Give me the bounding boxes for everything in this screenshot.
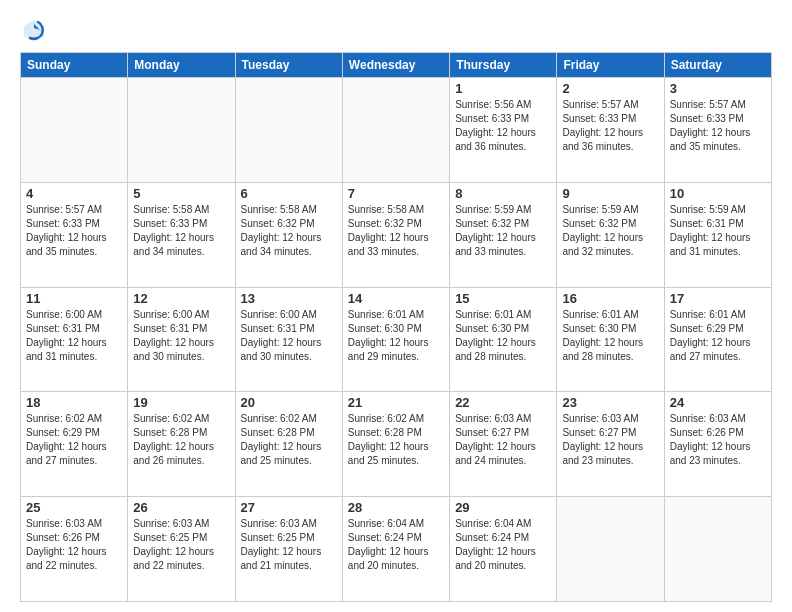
day-info: Sunrise: 6:03 AM Sunset: 6:27 PM Dayligh… [455, 412, 551, 468]
calendar-cell [21, 78, 128, 183]
calendar-cell: 26Sunrise: 6:03 AM Sunset: 6:25 PM Dayli… [128, 497, 235, 602]
calendar-cell: 12Sunrise: 6:00 AM Sunset: 6:31 PM Dayli… [128, 287, 235, 392]
day-info: Sunrise: 5:56 AM Sunset: 6:33 PM Dayligh… [455, 98, 551, 154]
day-info: Sunrise: 6:03 AM Sunset: 6:25 PM Dayligh… [133, 517, 229, 573]
day-info: Sunrise: 6:02 AM Sunset: 6:28 PM Dayligh… [133, 412, 229, 468]
day-info: Sunrise: 5:57 AM Sunset: 6:33 PM Dayligh… [26, 203, 122, 259]
calendar-cell: 8Sunrise: 5:59 AM Sunset: 6:32 PM Daylig… [450, 182, 557, 287]
logo [20, 16, 52, 44]
calendar-cell: 19Sunrise: 6:02 AM Sunset: 6:28 PM Dayli… [128, 392, 235, 497]
calendar-cell: 5Sunrise: 5:58 AM Sunset: 6:33 PM Daylig… [128, 182, 235, 287]
day-info: Sunrise: 5:58 AM Sunset: 6:32 PM Dayligh… [348, 203, 444, 259]
day-number: 25 [26, 500, 122, 515]
day-info: Sunrise: 6:02 AM Sunset: 6:28 PM Dayligh… [348, 412, 444, 468]
calendar-cell: 21Sunrise: 6:02 AM Sunset: 6:28 PM Dayli… [342, 392, 449, 497]
day-info: Sunrise: 5:58 AM Sunset: 6:33 PM Dayligh… [133, 203, 229, 259]
day-number: 6 [241, 186, 337, 201]
day-number: 19 [133, 395, 229, 410]
weekday-header-monday: Monday [128, 53, 235, 78]
day-info: Sunrise: 6:03 AM Sunset: 6:26 PM Dayligh… [26, 517, 122, 573]
day-number: 16 [562, 291, 658, 306]
calendar-week-4: 18Sunrise: 6:02 AM Sunset: 6:29 PM Dayli… [21, 392, 772, 497]
day-info: Sunrise: 6:04 AM Sunset: 6:24 PM Dayligh… [348, 517, 444, 573]
day-number: 13 [241, 291, 337, 306]
calendar-cell: 25Sunrise: 6:03 AM Sunset: 6:26 PM Dayli… [21, 497, 128, 602]
weekday-header-thursday: Thursday [450, 53, 557, 78]
day-number: 4 [26, 186, 122, 201]
day-number: 11 [26, 291, 122, 306]
calendar-cell: 9Sunrise: 5:59 AM Sunset: 6:32 PM Daylig… [557, 182, 664, 287]
day-info: Sunrise: 5:59 AM Sunset: 6:31 PM Dayligh… [670, 203, 766, 259]
day-info: Sunrise: 6:00 AM Sunset: 6:31 PM Dayligh… [241, 308, 337, 364]
calendar-cell: 23Sunrise: 6:03 AM Sunset: 6:27 PM Dayli… [557, 392, 664, 497]
day-number: 14 [348, 291, 444, 306]
calendar-cell: 18Sunrise: 6:02 AM Sunset: 6:29 PM Dayli… [21, 392, 128, 497]
day-number: 22 [455, 395, 551, 410]
day-info: Sunrise: 6:02 AM Sunset: 6:29 PM Dayligh… [26, 412, 122, 468]
day-info: Sunrise: 5:58 AM Sunset: 6:32 PM Dayligh… [241, 203, 337, 259]
calendar-cell: 14Sunrise: 6:01 AM Sunset: 6:30 PM Dayli… [342, 287, 449, 392]
day-number: 1 [455, 81, 551, 96]
day-info: Sunrise: 6:00 AM Sunset: 6:31 PM Dayligh… [133, 308, 229, 364]
calendar-cell: 3Sunrise: 5:57 AM Sunset: 6:33 PM Daylig… [664, 78, 771, 183]
calendar-cell: 27Sunrise: 6:03 AM Sunset: 6:25 PM Dayli… [235, 497, 342, 602]
day-number: 28 [348, 500, 444, 515]
day-number: 12 [133, 291, 229, 306]
day-number: 3 [670, 81, 766, 96]
day-number: 17 [670, 291, 766, 306]
calendar-table: SundayMondayTuesdayWednesdayThursdayFrid… [20, 52, 772, 602]
page: SundayMondayTuesdayWednesdayThursdayFrid… [0, 0, 792, 612]
day-info: Sunrise: 6:00 AM Sunset: 6:31 PM Dayligh… [26, 308, 122, 364]
calendar-cell: 6Sunrise: 5:58 AM Sunset: 6:32 PM Daylig… [235, 182, 342, 287]
header [20, 16, 772, 44]
day-number: 26 [133, 500, 229, 515]
calendar-cell [342, 78, 449, 183]
calendar-cell: 7Sunrise: 5:58 AM Sunset: 6:32 PM Daylig… [342, 182, 449, 287]
day-info: Sunrise: 5:59 AM Sunset: 6:32 PM Dayligh… [455, 203, 551, 259]
day-info: Sunrise: 5:57 AM Sunset: 6:33 PM Dayligh… [562, 98, 658, 154]
calendar-cell: 20Sunrise: 6:02 AM Sunset: 6:28 PM Dayli… [235, 392, 342, 497]
day-number: 9 [562, 186, 658, 201]
day-number: 20 [241, 395, 337, 410]
calendar-cell [128, 78, 235, 183]
calendar-week-3: 11Sunrise: 6:00 AM Sunset: 6:31 PM Dayli… [21, 287, 772, 392]
calendar-cell: 29Sunrise: 6:04 AM Sunset: 6:24 PM Dayli… [450, 497, 557, 602]
weekday-header-wednesday: Wednesday [342, 53, 449, 78]
calendar-week-5: 25Sunrise: 6:03 AM Sunset: 6:26 PM Dayli… [21, 497, 772, 602]
calendar-cell: 16Sunrise: 6:01 AM Sunset: 6:30 PM Dayli… [557, 287, 664, 392]
calendar-cell: 24Sunrise: 6:03 AM Sunset: 6:26 PM Dayli… [664, 392, 771, 497]
calendar-cell: 22Sunrise: 6:03 AM Sunset: 6:27 PM Dayli… [450, 392, 557, 497]
day-number: 2 [562, 81, 658, 96]
day-number: 18 [26, 395, 122, 410]
calendar-cell: 2Sunrise: 5:57 AM Sunset: 6:33 PM Daylig… [557, 78, 664, 183]
weekday-header-row: SundayMondayTuesdayWednesdayThursdayFrid… [21, 53, 772, 78]
day-info: Sunrise: 6:01 AM Sunset: 6:30 PM Dayligh… [455, 308, 551, 364]
day-info: Sunrise: 5:57 AM Sunset: 6:33 PM Dayligh… [670, 98, 766, 154]
day-number: 27 [241, 500, 337, 515]
day-info: Sunrise: 6:03 AM Sunset: 6:25 PM Dayligh… [241, 517, 337, 573]
calendar-cell: 11Sunrise: 6:00 AM Sunset: 6:31 PM Dayli… [21, 287, 128, 392]
day-info: Sunrise: 6:03 AM Sunset: 6:26 PM Dayligh… [670, 412, 766, 468]
day-info: Sunrise: 5:59 AM Sunset: 6:32 PM Dayligh… [562, 203, 658, 259]
calendar-cell: 1Sunrise: 5:56 AM Sunset: 6:33 PM Daylig… [450, 78, 557, 183]
day-number: 8 [455, 186, 551, 201]
weekday-header-tuesday: Tuesday [235, 53, 342, 78]
weekday-header-saturday: Saturday [664, 53, 771, 78]
weekday-header-sunday: Sunday [21, 53, 128, 78]
calendar-cell: 28Sunrise: 6:04 AM Sunset: 6:24 PM Dayli… [342, 497, 449, 602]
day-info: Sunrise: 6:02 AM Sunset: 6:28 PM Dayligh… [241, 412, 337, 468]
calendar-cell: 10Sunrise: 5:59 AM Sunset: 6:31 PM Dayli… [664, 182, 771, 287]
day-info: Sunrise: 6:01 AM Sunset: 6:30 PM Dayligh… [348, 308, 444, 364]
day-info: Sunrise: 6:03 AM Sunset: 6:27 PM Dayligh… [562, 412, 658, 468]
calendar-week-1: 1Sunrise: 5:56 AM Sunset: 6:33 PM Daylig… [21, 78, 772, 183]
calendar-cell [235, 78, 342, 183]
calendar-cell [557, 497, 664, 602]
logo-icon [20, 16, 48, 44]
day-info: Sunrise: 6:01 AM Sunset: 6:30 PM Dayligh… [562, 308, 658, 364]
calendar-cell: 4Sunrise: 5:57 AM Sunset: 6:33 PM Daylig… [21, 182, 128, 287]
calendar-week-2: 4Sunrise: 5:57 AM Sunset: 6:33 PM Daylig… [21, 182, 772, 287]
day-number: 7 [348, 186, 444, 201]
day-number: 23 [562, 395, 658, 410]
weekday-header-friday: Friday [557, 53, 664, 78]
day-number: 15 [455, 291, 551, 306]
